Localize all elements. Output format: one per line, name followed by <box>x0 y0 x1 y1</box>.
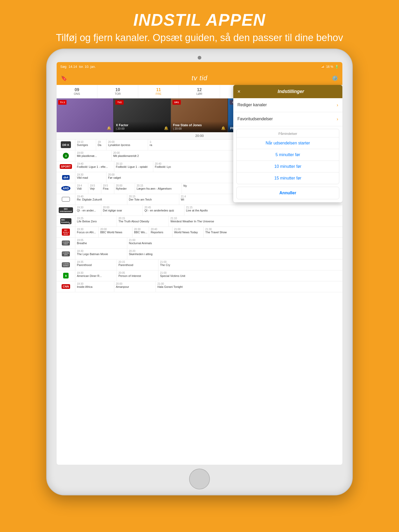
channel-logo-dk4[interactable]: dk4 <box>57 172 75 183</box>
program-block[interactable]: 21:00 Nocturnal Animals <box>127 238 179 248</box>
settings-icon[interactable]: ⚙️ <box>332 75 338 81</box>
status-left: Søg 14.14 tor. 10. jan. <box>60 65 96 69</box>
bell-icon-0[interactable]: 🔔 <box>107 126 111 130</box>
channel-logo-ard[interactable]: ARD <box>57 183 75 194</box>
program-block[interactable]: 20:00 BBC World News <box>99 227 132 237</box>
program-block[interactable]: 21:00 Hala Gorani Tonight <box>156 281 203 292</box>
day-11[interactable]: 11 FRE <box>138 85 179 98</box>
featured-item-2[interactable]: DR1 Free State of Jones | 20:00 🔔 <box>171 98 228 132</box>
settings-favorites-arrow: › <box>337 116 338 122</box>
settings-close-button[interactable]: × <box>237 89 241 95</box>
program-block[interactable]: 20:00 Nyheder <box>114 183 135 194</box>
program-block[interactable]: 20:40 Reporters <box>149 227 172 237</box>
program-block[interactable]: 20:00 Før valget <box>107 172 169 183</box>
channel-row-gmore-first: G.MOREFIRST 19:05 Breathe 21:00 Nocturna… <box>57 238 342 249</box>
bell-icon-2[interactable]: 🔔 <box>221 126 225 130</box>
channel-logo-3[interactable]: 3 <box>57 150 75 161</box>
channel-logo-drk[interactable]: DR K <box>57 139 75 150</box>
program-block[interactable]: 21:4 Wi <box>179 194 190 205</box>
ipad-home-button[interactable] <box>189 469 210 489</box>
program-block[interactable]: 18:30 The Lego Batman Movie <box>75 249 127 259</box>
program-block[interactable]: 21:00 Special Victims Unit <box>158 270 200 281</box>
program-block[interactable]: 19:10 Sveriges <box>75 139 96 150</box>
programs-bbc-world: 19:30 Focus on Afri... 20:00 BBC World N… <box>75 227 342 237</box>
featured-item-1[interactable]: TV2 X Factor | 20:00 🔔 <box>114 98 171 132</box>
bookmark-icon[interactable]: 🔖 <box>61 75 67 81</box>
program-block[interactable]: 19:5 Vejr <box>88 183 101 194</box>
program-block[interactable]: 19:40 Re: Digitale Zukunft <box>75 194 127 205</box>
program-block[interactable]: 20:40 Fodbold: Lyc <box>153 161 174 172</box>
program-block[interactable]: 19:00 Mit plastikmæ... <box>75 150 112 161</box>
program-block[interactable]: 1: ra <box>148 139 158 150</box>
program-block[interactable]: 19:05 Breathe <box>75 238 127 248</box>
programs-bbc-know: 19:25 Life Below Zero 20:15 The Truth Ab… <box>75 216 342 227</box>
program-block[interactable]: 19:5 Fina <box>101 183 114 194</box>
program-block[interactable]: 19:4 Vidi <box>75 183 88 194</box>
channel-logo-arte[interactable]: arte <box>57 194 75 205</box>
program-block[interactable]: 21:10 Weirdest Weather In The Universe <box>169 216 221 227</box>
channel-logo-bbc-know[interactable]: BBCKnowledge <box>57 216 75 227</box>
channel-logo-tv2-1: TV2 <box>115 100 124 105</box>
program-block[interactable]: 20:05 Person of Interest <box>117 270 158 281</box>
program-block[interactable]: 19:40 Fodbold: Ligue 1 - efte... <box>75 161 114 172</box>
day-12[interactable]: 12 LØR <box>179 85 220 98</box>
settings-channels-label: Rediger kanaler <box>237 103 267 107</box>
featured-item-0[interactable]: TV 2 🔔 <box>57 98 114 132</box>
program-block[interactable]: 21:30 The Travel Show <box>204 227 235 237</box>
program-block[interactable]: 19: Da <box>96 139 107 150</box>
settings-item-favorites[interactable]: Favoritudsendelser › <box>233 112 342 126</box>
reminder-option-0[interactable]: Når udsendelsen starter <box>237 137 339 149</box>
program-block[interactable]: 20:10 Fodbold: Ligue 1 - optakt <box>114 161 153 172</box>
program-block[interactable]: 19:30 Focus on Afri... <box>75 227 99 237</box>
channel-logo-9[interactable]: 9 <box>57 270 75 281</box>
cancel-button[interactable]: Annuller <box>236 187 339 199</box>
channel-logo-cnn[interactable]: CNN <box>57 281 75 292</box>
program-block[interactable]: 20:00 Lynaktion Ipcress <box>107 139 148 150</box>
program-block[interactable]: 19:30 Vild mad <box>75 172 107 183</box>
settings-title: Indstillinger <box>244 89 338 94</box>
program-block[interactable]: 21:00 The Cry <box>158 260 195 270</box>
day-10[interactable]: 10 TOR <box>97 85 138 98</box>
program-block[interactable]: 19:30 American Diner R... <box>75 270 117 281</box>
channel-logo-gmore-first[interactable]: G.MOREFIRST <box>57 238 75 248</box>
program-block[interactable]: 20:00 Det rigtige svar <box>101 205 143 216</box>
program-block[interactable]: 21:15 Live at the Apollo <box>184 205 221 216</box>
program-block[interactable]: 20:20 Skønheden i alting <box>127 249 179 259</box>
search-label: Søg <box>60 65 66 69</box>
program-block[interactable]: 21:00 World News Today <box>172 227 204 237</box>
day-09[interactable]: 09 ONS <box>57 85 97 98</box>
bell-icon-1[interactable]: 🔔 <box>164 126 168 130</box>
reminder-option-2[interactable]: 10 minutter før <box>237 161 339 172</box>
status-bar: Søg 14.14 tor. 10. jan. 📶 16 % 🔋 <box>57 62 342 71</box>
reminder-option-1[interactable]: 5 minutter før <box>237 149 339 161</box>
program-block[interactable]: 20:15 The Truth About Obesity <box>117 216 169 227</box>
reminder-option-3[interactable]: 15 minutter før <box>237 172 339 184</box>
channel-logo-bbc-ent[interactable]: BBCentertainment <box>57 205 75 216</box>
program-block[interactable]: 20:30 BBC Wo... <box>132 227 149 237</box>
program-block[interactable]: 20:00 Mit plastikmareridt 2 <box>112 150 169 161</box>
programs-bbc-ent: 19:30 QI - en ander... 20:00 Det rigtige… <box>75 205 342 216</box>
channel-row-bbc-know: BBCKnowledge 19:25 Life Below Zero 20:15… <box>57 216 342 227</box>
channel-logo-gmore-series[interactable]: G.MORESERIES <box>57 260 75 270</box>
channel-row-cnn: CNN 19:30 Inside Africa 20:00 Amanpour 2… <box>57 281 342 292</box>
program-block[interactable]: 19:30 QI - en ander... <box>75 205 101 216</box>
programs-cnn: 19:30 Inside Africa 20:00 Amanpour 21:00… <box>75 281 342 292</box>
channel-row-gmore-hits: G.MOREHITS 18:30 The Lego Batman Movie 2… <box>57 249 342 260</box>
page-header: INDSTIL APPEN Tilføj og fjern kanaler. O… <box>56 0 343 49</box>
channel-logo-sport[interactable]: SPORT <box>57 161 75 172</box>
program-block[interactable]: 19:30 Inside Africa <box>75 281 114 292</box>
channel-logo-bbc-world[interactable]: BBCWORLDNEWS <box>57 227 75 237</box>
program-block[interactable]: 19:25 Life Below Zero <box>75 216 117 227</box>
programs-9: 19:30 American Diner R... 20:05 Person o… <box>75 270 342 281</box>
channel-logo-gmore-hits[interactable]: G.MOREHITS <box>57 249 75 259</box>
program-block[interactable]: Ny <box>182 183 192 194</box>
settings-item-channels[interactable]: Rediger kanaler › <box>233 98 342 112</box>
program-block[interactable]: 20:15 Lægen fra øen - Afgørelsen <box>135 183 182 194</box>
program-block[interactable]: 20:00 Amanpour <box>114 281 156 292</box>
reminders-section: Påmindelser Når udsendelsen starter 5 mi… <box>236 129 339 184</box>
program-block[interactable]: 19:35 Parenthood <box>75 260 117 270</box>
program-block[interactable]: 20:15 Parenthood <box>117 260 158 270</box>
settings-overlay: × Indstillinger Rediger kanaler › Favori… <box>233 85 342 202</box>
program-block[interactable]: 20:45 QI - en anderledes quiz <box>143 205 184 216</box>
program-block[interactable]: 20:15 Der Tote am Teich <box>127 194 179 205</box>
